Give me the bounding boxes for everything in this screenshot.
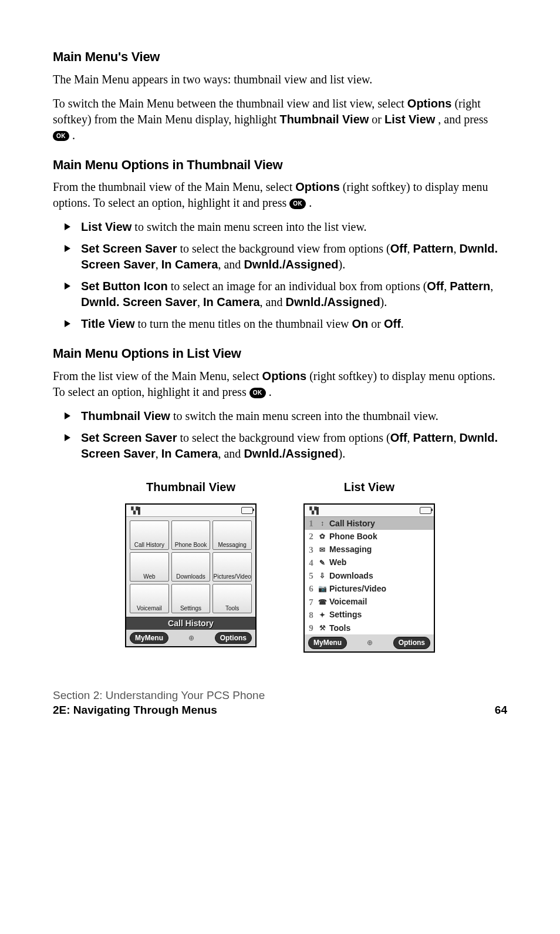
text: to select the background view from optio… [177,242,390,255]
figure-list-view: List View ▝▞▌ 1↕Call History2✿Phone Book… [303,479,435,652]
kw-thumbnail-view: Thumbnail View [279,113,369,126]
row-label: Phone Book [329,531,377,542]
thumbnail-tile-label: Voicemail [130,604,168,613]
kw-dwnld-screen-saver: Dwnld. Screen Saver [81,295,197,308]
kw-options: Options [262,369,307,382]
status-bar: ▝▞▌ [305,505,434,517]
text: , [156,447,161,460]
thumbnail-tile[interactable]: Phone Book [171,520,211,550]
menu-list-row[interactable]: 3✉Messaging [305,543,434,556]
list-item: Set Screen Saver to select the backgroun… [53,430,507,462]
text: ). [339,258,346,271]
row-number: 6 [307,583,315,594]
row-icon: ✉ [318,545,327,555]
kw-dwnld-assigned: Dwnld./Assigned [285,295,380,308]
footer-section: Section 2: Understanding Your PCS Phone [53,688,265,703]
phone-screen-list: ▝▞▌ 1↕Call History2✿Phone Book3✉Messagin… [303,503,435,652]
thumbnail-tile[interactable]: Messaging [212,520,252,550]
text: . [309,196,312,209]
text: , [156,258,161,271]
menu-list-row[interactable]: 1↕Call History [305,517,434,530]
kw-in-camera: In Camera [161,258,218,271]
row-number: 1 [307,518,315,529]
row-label: Web [329,557,346,568]
text: or [372,113,384,126]
thumbnail-tile[interactable]: Web [130,552,169,582]
text: To switch the Main Menu between the thum… [53,97,407,110]
row-number: 5 [307,570,315,582]
menu-list-row[interactable]: 2✿Phone Book [305,530,434,543]
text: , [407,431,413,444]
page-number: 64 [495,703,507,718]
kw-in-camera: In Camera [203,295,260,308]
text: to select the background view from optio… [177,431,390,444]
text: , and [218,258,244,271]
row-number: 4 [307,557,315,569]
kw-set-screen-saver: Set Screen Saver [81,431,177,444]
kw-pattern: Pattern [413,242,454,255]
kw-thumbnail-view: Thumbnail View [81,409,170,422]
text: , [453,242,459,255]
para-list-intro: From the list view of the Main Menu, sel… [53,368,507,400]
ok-button-icon: OK [53,131,69,142]
row-icon: ☎ [318,597,327,607]
row-label: Messaging [329,544,372,555]
heading-main-menus-view: Main Menu's View [53,48,507,66]
dpad-icon: ⊕ [188,633,194,643]
softkey-mymenu[interactable]: MyMenu [130,632,168,644]
row-number: 3 [307,544,315,556]
para-intro: The Main Menu appears in two ways: thumb… [53,72,507,88]
thumbnail-tile[interactable]: Tools [212,584,252,613]
softkey-mymenu[interactable]: MyMenu [308,637,347,649]
heading-thumb-options: Main Menu Options in Thumbnail View [53,156,507,174]
text: , and [218,447,244,460]
thumbnail-tile-label: Call History [130,541,168,549]
kw-dwnld-assigned: Dwnld./Assigned [244,258,338,271]
thumbnail-tile-label: Pictures/Video [213,573,251,581]
battery-icon [420,507,431,514]
row-icon: ✿ [318,532,327,541]
kw-list-view: List View [384,113,435,126]
kw-list-view: List View [81,220,131,233]
heading-list-options: Main Menu Options in List View [53,345,507,362]
menu-list-row[interactable]: 8✦Settings [305,609,434,621]
softkey-options[interactable]: Options [393,637,430,649]
thumb-options-list: List View to switch the main menu screen… [53,219,507,332]
thumbnail-tile[interactable]: Settings [171,584,211,613]
figure-title: Thumbnail View [125,479,257,495]
thumbnail-tile[interactable]: Call History [130,520,169,550]
row-icon: ⚒ [318,623,327,633]
thumbnail-highlight-title: Call History [126,617,255,630]
menu-list-row[interactable]: 7☎Voicemail [305,596,434,609]
list-item: Thumbnail View to switch the main menu s… [53,408,507,424]
text: to turn the menu titles on the thumbnail… [135,317,352,330]
thumbnail-tile[interactable]: Voicemail [130,584,169,613]
thumbnail-tile-label: Downloads [172,573,210,581]
list-item: Set Button Icon to select an image for a… [53,278,507,310]
menu-list-row[interactable]: 6📷Pictures/Video [305,582,434,595]
ok-button-icon: OK [289,199,306,209]
text: , [444,280,450,293]
thumbnail-tile[interactable]: Pictures/Video [212,552,252,582]
row-label: Downloads [329,570,373,582]
row-icon: 📷 [318,584,327,593]
figure-thumbnail-view: Thumbnail View ▝▞▌ Call HistoryPhone Boo… [125,479,257,652]
menu-list-row[interactable]: 9⚒Tools [305,621,434,634]
battery-icon [241,507,253,514]
kw-off: Off [390,242,407,255]
list-item: Title View to turn the menu titles on th… [53,316,507,332]
text: or [368,317,384,330]
kw-options: Options [295,180,340,193]
thumbnail-tile[interactable]: Downloads [171,552,211,582]
dpad-icon: ⊕ [367,638,373,647]
menu-list-row[interactable]: 5⇩Downloads [305,569,434,582]
softkey-options[interactable]: Options [215,632,252,644]
text: , [197,295,203,308]
figure-title: List View [303,479,435,495]
kw-off: Off [390,431,407,444]
signal-icon: ▝▞▌ [129,506,143,515]
text: . [72,129,75,142]
kw-dwnld-assigned: Dwnld./Assigned [244,447,338,460]
menu-list-row[interactable]: 4✎Web [305,556,434,569]
text: , [490,280,493,293]
